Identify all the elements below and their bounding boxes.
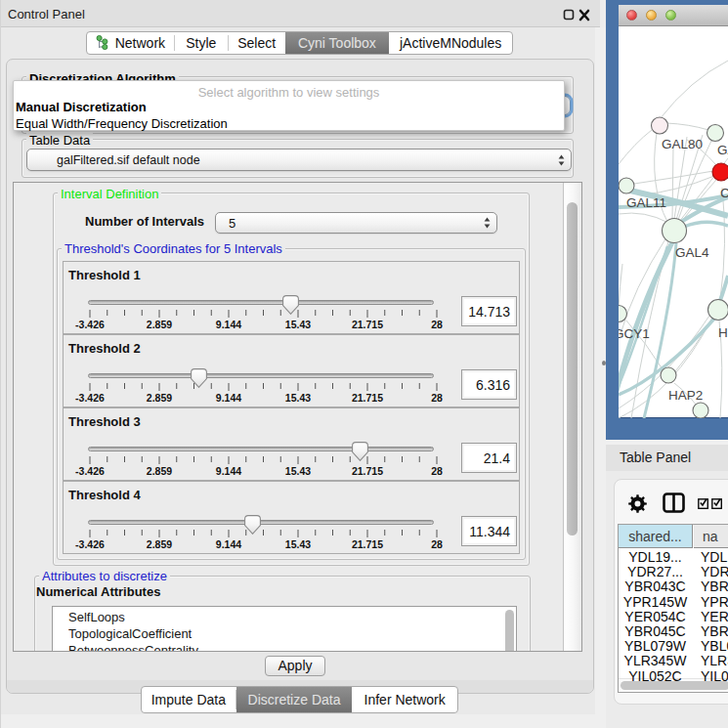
- svg-text:21.715: 21.715: [352, 319, 383, 330]
- svg-text:GAL80: GAL80: [662, 137, 703, 151]
- svg-text:2.859: 2.859: [147, 465, 172, 477]
- svg-text:21.715: 21.715: [352, 538, 383, 550]
- svg-text:15.43: 15.43: [285, 319, 311, 330]
- svg-text:28: 28: [431, 392, 443, 404]
- svg-text:9.144: 9.144: [216, 538, 241, 550]
- svg-text:9.144: 9.144: [216, 465, 241, 477]
- svg-text:28: 28: [431, 538, 443, 550]
- svg-text:-3.426: -3.426: [75, 538, 105, 550]
- svg-text:21.715: 21.715: [352, 465, 383, 477]
- svg-text:-3.426: -3.426: [75, 465, 105, 477]
- svg-text:HAP2: HAP2: [668, 388, 703, 403]
- svg-text:2.859: 2.859: [147, 319, 172, 330]
- svg-text:9.144: 9.144: [216, 392, 241, 404]
- svg-text:9.144: 9.144: [216, 319, 241, 330]
- svg-text:28: 28: [431, 465, 443, 477]
- svg-text:GAL11: GAL11: [626, 195, 666, 210]
- svg-text:21.715: 21.715: [352, 392, 383, 404]
- svg-text:HI: HI: [718, 325, 728, 340]
- svg-text:2.859: 2.859: [147, 538, 172, 550]
- svg-text:28: 28: [431, 319, 443, 330]
- svg-text:GCY1: GCY1: [619, 326, 650, 341]
- svg-text:15.43: 15.43: [285, 392, 311, 404]
- svg-text:-3.426: -3.426: [75, 319, 105, 330]
- svg-text:CD: CD: [720, 186, 728, 200]
- svg-text:15.43: 15.43: [285, 465, 311, 477]
- svg-text:-3.426: -3.426: [75, 392, 105, 404]
- svg-text:GA: GA: [717, 143, 728, 157]
- svg-text:GAL4: GAL4: [675, 245, 709, 260]
- svg-text:2.859: 2.859: [147, 392, 172, 404]
- svg-text:15.43: 15.43: [285, 538, 311, 550]
